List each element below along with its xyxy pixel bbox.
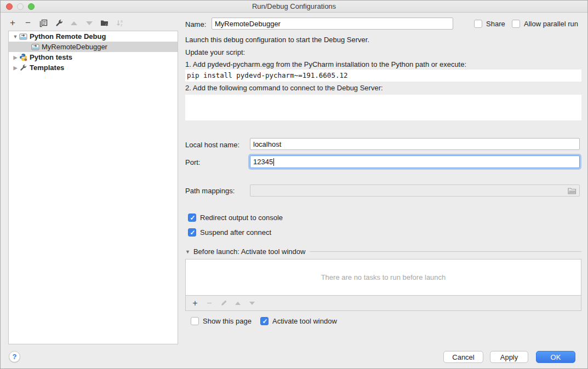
instruction-step-1: 1. Add pydevd-pycharm.egg from the PyCha… [185,60,466,68]
redirect-output-checkbox[interactable] [188,214,196,222]
before-launch-task-list: There are no tasks to run before launch [185,259,581,296]
share-checkbox[interactable] [474,20,482,28]
tree-item-label: MyRemoteDebugger [42,43,107,51]
tree-item-label: Python tests [30,53,72,61]
name-input[interactable]: MyRemoteDebugger [212,18,453,30]
help-button[interactable]: ? [9,351,20,362]
title-bar: Run/Debug Configurations [1,1,587,13]
remote-debug-config-icon [19,32,27,41]
edit-task-icon[interactable] [216,297,231,309]
before-launch-toolbar: + − [185,296,581,311]
tree-item-myremotedebugger[interactable]: MyRemoteDebugger [9,42,178,52]
show-this-page-label[interactable]: Show this page [203,317,252,325]
copy-icon [39,19,48,27]
activate-tool-window-label[interactable]: Activate tool window [272,317,337,325]
svg-text:a: a [121,19,123,23]
pip-install-command: pip install pydevd-pycharm~=191.6605.12 [185,70,581,82]
tree-item-label: Templates [30,64,64,72]
add-configuration-icon[interactable]: + [5,16,20,30]
sort-az-icon: a z [116,19,124,27]
instruction-line-2: Update your script: [185,48,245,56]
chevron-down-icon[interactable]: ▼ [12,34,19,39]
folder-plus-icon [100,19,109,27]
before-launch-header[interactable]: ▼ Before launch: Activate tool window [185,247,581,256]
apply-button[interactable]: Apply [490,351,528,363]
redirect-output-row: Redirect output to console [188,214,283,222]
activate-tool-window-row: Activate tool window [260,317,337,325]
chevron-right-icon[interactable]: ▶ [12,65,19,71]
tree-item-label: Python Remote Debug [30,32,106,41]
wrench-icon [55,19,63,27]
name-value: MyRemoteDebugger [215,20,281,28]
port-input[interactable]: 12345 [250,155,580,168]
new-folder-icon[interactable] [97,16,112,30]
templates-wrench-icon [19,64,27,72]
activate-tool-window-checkbox[interactable] [260,317,269,325]
svg-text:z: z [121,23,122,27]
code-line-import: import pydevd_pycharm [187,119,581,120]
copy-configuration-icon[interactable] [36,16,51,30]
port-value: 12345 [253,158,273,166]
allow-parallel-run-label[interactable]: Allow parallel run [524,20,578,28]
instruction-line-1: Launch this debug configuration to start… [185,36,369,44]
edit-defaults-icon[interactable] [51,16,66,30]
add-task-icon[interactable]: + [188,297,202,309]
remote-debug-config-icon [31,43,39,51]
cancel-button[interactable]: Cancel [443,351,483,363]
configurations-tree: ▼ Python Remote Debug MyRemoteDebugger [8,31,178,344]
instruction-step-2: 2. Add the following command to connect … [185,84,383,92]
suspend-after-connect-checkbox[interactable] [188,228,196,237]
port-label: Port: [185,158,200,166]
before-launch-title: Before launch: Activate tool window [193,247,306,256]
suspend-after-connect-row: Suspend after connect [188,228,271,237]
window-title: Run/Debug Configurations [1,2,587,10]
sort-alphabetically-icon[interactable]: a z [112,16,128,30]
ok-button[interactable]: OK [536,351,575,363]
local-host-name-input[interactable]: localhost [250,138,580,150]
question-mark-icon: ? [13,353,17,361]
share-checkbox-row: Share [474,20,505,28]
section-divider [310,251,581,252]
redirect-output-label[interactable]: Redirect output to console [200,214,283,222]
browse-folder-icon[interactable] [568,187,576,194]
show-this-page-row: Show this page [191,317,252,325]
tree-item-python-tests[interactable]: ▶ Python tests [9,52,178,62]
name-label: Name: [185,20,206,28]
local-host-name-value: localhost [253,140,281,148]
tree-item-python-remote-debug[interactable]: ▼ Python Remote Debug [9,31,178,42]
move-task-up-icon[interactable] [231,297,245,309]
text-cursor [273,158,274,166]
remove-task-icon[interactable]: − [202,297,216,309]
path-mappings-label: Path mappings: [185,187,235,195]
before-launch-empty-text: There are no tasks to run before launch [321,273,446,281]
tree-item-templates[interactable]: ▶ Templates [9,62,178,73]
pencil-icon [220,299,227,307]
local-host-name-label: Local host name: [185,141,239,149]
python-tests-icon [19,53,27,62]
move-task-down-icon[interactable] [245,297,259,309]
allow-parallel-checkbox-row: Allow parallel run [512,20,578,28]
path-mappings-input[interactable] [250,184,580,197]
move-down-icon[interactable] [82,16,97,30]
show-this-page-checkbox[interactable] [191,317,199,325]
configurations-toolbar: + − a z [5,16,128,30]
remove-configuration-icon[interactable]: − [20,16,36,30]
chevron-right-icon[interactable]: ▶ [12,55,19,60]
suspend-after-connect-label[interactable]: Suspend after connect [200,228,271,237]
share-label[interactable]: Share [486,20,505,28]
allow-parallel-run-checkbox[interactable] [512,20,520,28]
settrace-code-block: import pydevd_pycharm pydevd_pycharm.set… [185,95,581,120]
collapse-section-icon[interactable]: ▼ [185,249,190,255]
run-debug-configurations-dialog: Run/Debug Configurations + − [0,0,588,369]
move-up-icon[interactable] [66,16,82,30]
